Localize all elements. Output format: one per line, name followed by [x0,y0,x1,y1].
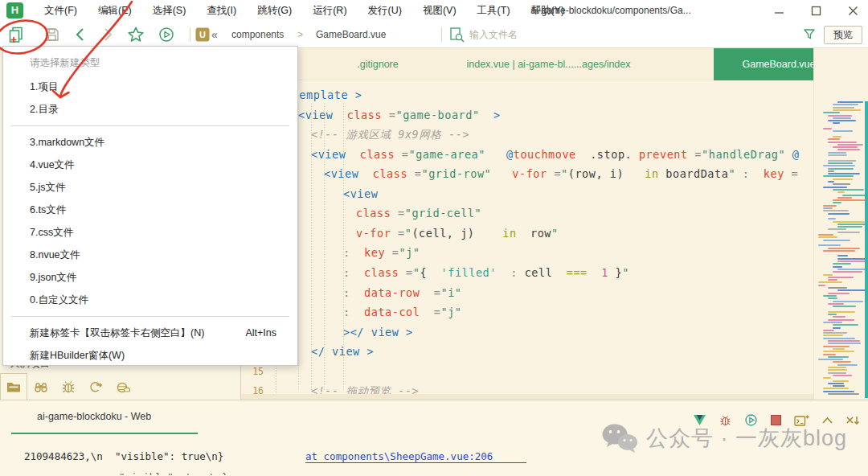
minimap-line [828,218,836,220]
collapse-panel-icon[interactable] [821,416,833,425]
new-menu-item[interactable]: 0.自定义文件 [3,289,297,311]
preview-button[interactable]: 预览 [824,26,862,44]
menu-shortcut: Alt+Ins [245,322,276,344]
minimap-line [828,138,840,140]
console-source-link[interactable]: at components\SheepGame.vue:206 [305,450,526,463]
minimap-line [828,162,853,164]
minimap-line [833,136,841,137]
minimap-line [837,289,867,291]
minimap-line [818,236,837,238]
editor-tab[interactable]: GameBoard.vue [714,48,813,80]
breadcrumb-file[interactable]: GameBoard.vue [316,21,386,48]
console-toolbar [693,413,860,427]
code-line: <template > [285,85,813,105]
save-icon[interactable] [43,26,63,43]
menu-item[interactable]: 视图(V) [412,0,467,21]
window-controls [773,0,858,21]
star-icon[interactable] [127,26,146,43]
search-input[interactable] [469,26,791,43]
breadcrumb-separator: > [297,21,303,48]
minimap-line [833,221,865,223]
menu-item[interactable]: 查找(I) [196,0,247,21]
new-menu-item[interactable]: 8.nvue文件 [3,244,297,266]
code-line: : data-col ="j" [285,302,813,322]
code-line: ></ view > [285,322,813,342]
new-menu-item[interactable]: 4.vue文件 [3,154,297,176]
code-line: : class ="{ 'filled' : cell === 1 }" [285,263,813,282]
menu-item[interactable]: 文件(F) [34,0,88,21]
code-line: : key ="j" [285,243,813,262]
menu-item[interactable]: 运行(R) [302,0,357,21]
run-icon[interactable] [158,26,177,43]
code-line: : data-row ="i" [285,283,813,302]
forward-icon[interactable] [98,26,117,43]
editor-tab[interactable]: .gitignore [317,48,438,80]
menu-item[interactable]: 编辑(E) [88,0,142,21]
new-menu-item[interactable]: 1.项目 [3,76,297,98]
folder-icon[interactable] [0,373,27,400]
minimap-scrollbar[interactable] [865,101,868,398]
menu-item[interactable]: 发行(U) [358,0,412,21]
minimap-line [833,316,845,318]
menu-item[interactable]: 跳转(G) [247,0,302,21]
bug-icon[interactable] [55,373,82,400]
new-menu-item[interactable]: 7.css文件 [3,221,297,244]
minimap-line [828,277,854,278]
new-file-menu-header: 请选择新建类型 [3,51,297,76]
minimap-line [823,207,833,209]
minimap-line [823,391,854,392]
horizontal-scrollbar[interactable] [241,394,813,400]
menu-item[interactable]: 工具(T) [467,0,521,21]
minimap-line [823,187,847,188]
clear-log-icon[interactable] [845,415,860,426]
minimap-line [823,112,840,113]
new-menu-item[interactable]: 5.js文件 [3,176,297,199]
minimap-line [833,348,845,350]
minimap-line [833,178,853,180]
file-search-icon [448,27,468,44]
minimap[interactable] [813,48,868,400]
code-area[interactable]: 12345678910111213141516 <template ><view… [241,80,813,400]
minimap-line [833,107,854,109]
new-menu-item[interactable]: 9.json文件 [3,266,297,289]
new-menu-item[interactable]: 新建标签卡【双击标签卡右侧空白】(N)Alt+Ins [3,322,297,344]
minimap-line [828,213,850,215]
new-menu-item[interactable]: 3.markdown文件 [3,131,297,154]
minimap-line [828,168,854,170]
new-file-icon[interactable] [6,26,26,43]
minimap-line [823,205,837,207]
editor-tab[interactable]: index.vue | ai-game-bl......ages/index [438,48,659,80]
console-tab-underline [11,433,198,434]
export-run-icon[interactable] [82,373,109,400]
minimap-line [828,279,837,281]
binoculars-icon[interactable] [27,373,55,400]
minimize-icon[interactable] [773,5,784,16]
minimap-line [828,356,849,358]
minimap-line [823,377,831,379]
minimap-line [828,314,837,315]
minimap-line [833,146,858,148]
new-menu-item[interactable]: 6.ts文件 [3,199,297,221]
debug-bug-icon[interactable] [719,414,732,427]
line-number: 15 [241,366,264,377]
web-globe-icon[interactable] [109,373,137,400]
close-icon[interactable] [847,5,858,16]
editor-tabbar: .gitignoreindex.vue | ai-game-bl......ag… [241,48,813,80]
minimap-line [837,191,845,193]
breadcrumb-folder[interactable]: components [231,21,284,48]
console-tab[interactable]: ai-game-blockdoku - Web [37,411,151,422]
minimap-line [823,388,849,389]
menu-item[interactable]: 选择(S) [142,0,197,21]
restart-icon[interactable] [744,413,758,427]
terminal-icon[interactable] [794,414,809,427]
filter-icon[interactable] [803,28,822,46]
maximize-icon[interactable] [810,5,821,16]
new-menu-item[interactable]: 新建HBuilder窗体(W) [3,344,297,367]
minimap-line [828,298,837,299]
new-menu-item[interactable]: 2.目录 [3,98,297,121]
minimap-line [833,385,845,387]
minimap-line [833,327,841,329]
back-icon[interactable] [72,26,92,43]
collapse-left-icon[interactable]: « [211,26,218,43]
stop-icon[interactable] [770,414,782,426]
